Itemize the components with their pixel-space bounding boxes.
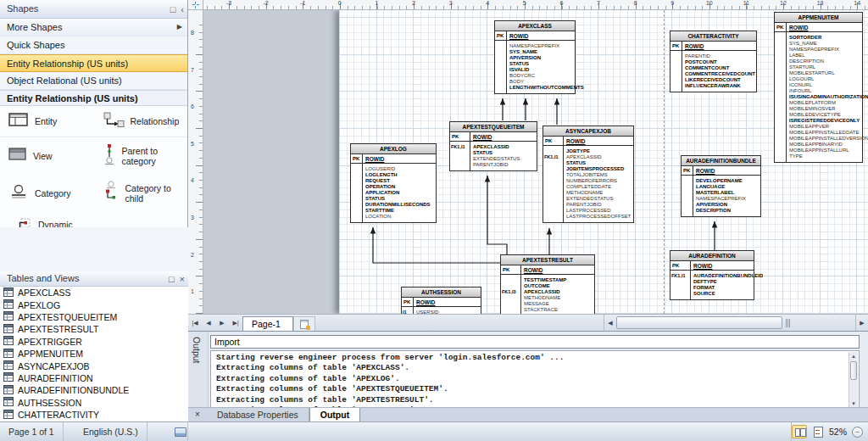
more-shapes-button[interactable]: More Shapes ▶: [0, 19, 187, 36]
collapse-panel-icon[interactable]: ‹: [181, 1, 184, 19]
entity-apexlog[interactable]: APEXLOGPKROWIDLOGUSERIDLOGLENGTHREQUESTO…: [350, 143, 437, 223]
relationship-connector[interactable]: [523, 98, 528, 120]
float-panel-icon[interactable]: □: [170, 1, 176, 19]
prev-page-button[interactable]: ◀: [202, 315, 215, 331]
entity-attribute: MESSAGE: [524, 301, 593, 307]
scroll-left-button[interactable]: ◀: [604, 315, 616, 331]
zoom-level[interactable]: 52%: [829, 427, 847, 437]
entity-appmenuitem[interactable]: APPMENUITEMPKROWIDSORTORDERSYS_NAMENAMES…: [774, 12, 863, 163]
entity-attribute: LIKERECEIVEDCOUNT: [685, 77, 755, 83]
entity-attribute: ISUSINGADMINAUTHORIZATION: [789, 94, 868, 100]
horizontal-scrollbar-track[interactable]: [793, 315, 855, 331]
horizontal-ruler: -3-2-101234567891011121314: [203, 0, 868, 10]
insert-page-button[interactable]: [293, 316, 315, 331]
entity-attribute: METHODNAME: [524, 295, 593, 301]
close-panel-icon[interactable]: ×: [180, 272, 185, 287]
output-panel: Output Import Starting reverse engineer …: [188, 331, 868, 421]
stencil-shape-entity[interactable]: Entity: [0, 106, 94, 137]
stencil-tab-active[interactable]: Entity Relationship (US units): [0, 54, 187, 72]
table-list-item-auradefinition[interactable]: AURADEFINITION: [0, 372, 188, 384]
entity-attribute: OUTCOME: [524, 283, 593, 289]
entity-chatteractivity[interactable]: CHATTERACTIVITYPKROWIDPARENTIDPOSTCOUNTC…: [670, 31, 757, 92]
table-list-item-apextestresult[interactable]: APEXTESTRESULT: [0, 323, 188, 335]
new-page-icon: [300, 320, 309, 329]
entity-body: LOGUSERIDLOGLENGTHREQUESTOPERATIONAPPLIC…: [351, 164, 436, 222]
stencil-shape-parent-to-category[interactable]: Parent to category: [94, 137, 188, 175]
stencil-shape-relationship[interactable]: Relationship: [94, 106, 188, 137]
table-icon: [3, 324, 14, 335]
output-operation-field[interactable]: Import: [210, 335, 860, 349]
relationship-connector[interactable]: [547, 228, 552, 254]
table-item-label: AUTHSESSION: [18, 398, 81, 408]
next-page-button[interactable]: ▶: [215, 315, 229, 331]
float-panel-icon[interactable]: □: [169, 272, 175, 287]
entity-title: APEXCLASS: [495, 21, 575, 31]
table-list-item-appmenuitem[interactable]: APPMENUITEM: [0, 348, 188, 360]
ruler-label: 3: [191, 215, 194, 220]
table-list-item-chatteractivity[interactable]: CHATTERACTIVITY: [0, 409, 188, 421]
table-list-item-apexclass[interactable]: APEXCLASS: [0, 287, 188, 299]
entity-auradefinitionbundle[interactable]: AURADEFINITIONBUNDLEPKROWIDDEVELOPERNAME…: [681, 155, 761, 217]
stencil-shape-view[interactable]: View: [0, 137, 94, 175]
language-indicator[interactable]: English (U.S.): [75, 422, 147, 441]
stencil-tab-inactive[interactable]: Object Relational (US units): [0, 72, 187, 90]
flyout-arrow-icon: ▶: [177, 19, 182, 36]
entity-attribute: JOBITEMSPROCESSED: [566, 166, 632, 172]
tab-database-properties[interactable]: Database Properties: [207, 408, 309, 421]
table-list-item-apextestqueueitem[interactable]: APEXTESTQUEUEITEM: [0, 311, 188, 323]
ruler-label: 0: [338, 0, 342, 6]
drawing-area[interactable]: APEXCLASSPKROWIDNAMESPACEPREFIXSYS_NAMEA…: [203, 10, 868, 314]
stencil-shape-category[interactable]: Category: [0, 175, 94, 212]
pk-key-label: PK: [670, 42, 682, 50]
relationship-connector[interactable]: [485, 176, 507, 254]
relationship-connector[interactable]: [712, 221, 717, 250]
entity-asyncapexjob[interactable]: ASYNCAPEXJOBPKROWIDFK1,I1JOBTYPEAPEXCLAS…: [542, 126, 634, 223]
entity-pk-row: PKROWID: [670, 42, 756, 51]
page-indicator[interactable]: Page 1 of 1: [0, 422, 64, 441]
table-item-label: APEXTRIGGER: [18, 337, 82, 347]
table-list-item-asyncapexjob[interactable]: ASYNCAPEXJOB: [0, 360, 188, 371]
table-item-label: APEXCLASS: [18, 287, 70, 298]
relationship-connector[interactable]: [554, 98, 559, 125]
ruler-label: 5: [191, 140, 194, 146]
entity-apextestresult[interactable]: APEXTESTRESULTPKROWIDFK1,I3TESTTIMESTAMP…: [500, 254, 595, 314]
scroll-right-button[interactable]: ▶: [855, 315, 868, 331]
ruler-label: 6: [559, 0, 563, 6]
entity-body: PARENTIDPOSTCOUNTCOMMENTCOUNTCOMMENTRECE…: [670, 51, 756, 92]
relationship-connector[interactable]: [370, 227, 500, 263]
table-list-item-apexlog[interactable]: APEXLOG: [0, 299, 188, 310]
close-output-icon[interactable]: ×: [188, 408, 207, 421]
normal-view-button[interactable]: [792, 425, 807, 438]
output-vertical-scrollbar: ▲ ▼: [849, 352, 858, 408]
scroll-up-button[interactable]: ▲: [849, 352, 858, 360]
shape-label: Category to child: [125, 183, 186, 204]
table-list-item-auradefinitionbundle[interactable]: AURADEFINITIONBUNDLE: [0, 384, 188, 396]
stencil-shape-category-to-child[interactable]: Category to child: [94, 175, 188, 212]
page-tab[interactable]: Page-1: [242, 316, 293, 331]
language-bar-button[interactable]: [166, 422, 188, 441]
entity-apexclass[interactable]: APEXCLASSPKROWIDNAMESPACEPREFIXSYS_NAMEA…: [494, 20, 576, 94]
entity-apextestqueueitem[interactable]: APEXTESTQUEUEITEMPKROWIDFK1,I1APEXCLASSI…: [449, 121, 537, 171]
last-page-button[interactable]: ▶|: [229, 315, 242, 331]
table-list-item-apextrigger[interactable]: APEXTRIGGER: [0, 336, 188, 348]
table-list-item-authsession[interactable]: AUTHSESSION: [0, 397, 188, 409]
tab-output[interactable]: Output: [309, 408, 360, 421]
scrollbar-resize-grip[interactable]: [782, 316, 793, 329]
relationship-connector[interactable]: [500, 98, 505, 120]
output-scrollbar-thumb[interactable]: [850, 361, 857, 380]
entity-title: APEXTESTQUEUEITEM: [450, 122, 537, 132]
quick-shapes-button[interactable]: Quick Shapes: [0, 36, 187, 54]
entity-attribute: NAMESPACEPREFIX: [509, 43, 584, 49]
entity-attribute: LENGTHWITHOUTCOMMENTS: [509, 85, 584, 91]
first-page-button[interactable]: |◀: [188, 315, 202, 331]
fit-page-button[interactable]: [812, 426, 824, 438]
zoom-out-button[interactable]: −: [852, 427, 863, 438]
tables-panel-title: Tables and Views: [7, 273, 79, 283]
entity-authsession[interactable]: AUTHSESSIONPKROWIDI1USERSID: [401, 287, 481, 314]
entity-attributes: PARENTIDPOSTCOUNTCOMMENTCOUNTCOMMENTRECE…: [682, 51, 756, 92]
tables-panel-titlebar: Tables and Views □ ×: [0, 271, 188, 287]
entity-auradefinition[interactable]: AURADEFINITIONPKROWIDFK1,I1AURADEFINITIO…: [670, 250, 754, 300]
shape-label: Relationship: [131, 116, 180, 126]
horizontal-scrollbar-thumb[interactable]: [616, 316, 782, 329]
panel-splitter[interactable]: [0, 227, 188, 271]
